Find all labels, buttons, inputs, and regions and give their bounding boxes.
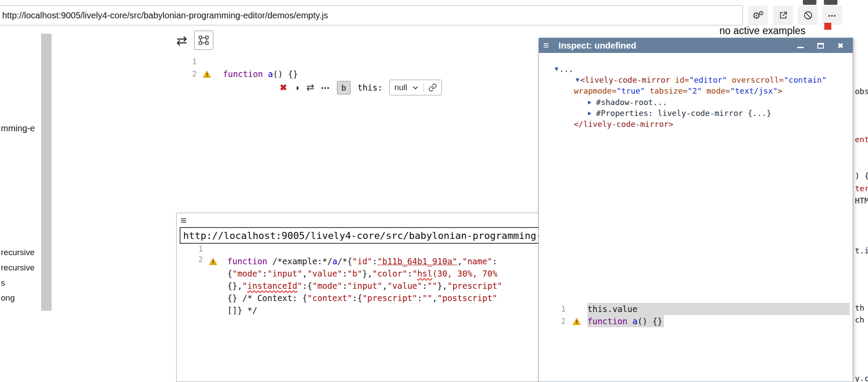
chevron-down-icon bbox=[413, 86, 418, 90]
block-button[interactable] bbox=[798, 6, 818, 25]
error-badge bbox=[824, 23, 831, 30]
probe-value-dropdown[interactable]: null bbox=[389, 80, 442, 95]
line-number: 2 bbox=[177, 255, 205, 264]
code-line: []} */ bbox=[227, 304, 502, 316]
line-number: 1 bbox=[177, 245, 205, 253]
tree-row[interactable]: ▼... bbox=[555, 63, 573, 74]
right-edge-fragment: HTM bbox=[855, 196, 868, 205]
probe-widget: ✖ ◑ ⇄ ••• b this: null bbox=[280, 79, 442, 96]
probe-example-button[interactable]: b bbox=[337, 81, 351, 95]
svg-text:!: ! bbox=[205, 72, 208, 77]
select-element-button[interactable] bbox=[194, 31, 213, 50]
editor-line: 1 bbox=[175, 56, 507, 68]
tree-row[interactable]: ▶ #shadow-root... bbox=[588, 97, 667, 108]
minimize-button[interactable] bbox=[796, 41, 805, 50]
left-panel-fragment: s bbox=[1, 278, 5, 288]
window-control-maximize[interactable] bbox=[824, 0, 837, 5]
swap-arrows-icon: ⇄ bbox=[176, 33, 187, 48]
probe-more-icon[interactable]: ••• bbox=[321, 84, 330, 91]
line-number: 2 bbox=[556, 317, 568, 326]
window-controls: ✖ bbox=[796, 41, 845, 50]
line-number: 1 bbox=[556, 305, 568, 313]
more-button[interactable]: ••• bbox=[823, 6, 842, 25]
maximize-icon bbox=[817, 43, 824, 49]
left-panel-fragment: recursive bbox=[1, 248, 35, 257]
url-bar[interactable]: http://localhost:9005/lively4-core/src/b… bbox=[0, 5, 743, 25]
warning-icon[interactable]: ! bbox=[205, 255, 220, 267]
right-edge-fragment: obs bbox=[855, 87, 868, 96]
inspector-titlebar[interactable]: ≡ Inspect: undefined ✖ bbox=[539, 38, 853, 53]
probe-toggle-icon[interactable]: ◑ bbox=[294, 83, 299, 93]
left-panel-fragment: ong bbox=[1, 293, 15, 303]
no-active-examples-label: no active examples bbox=[719, 25, 806, 37]
tree-row[interactable]: ▼<lively-code-mirror id="editor" overscr… bbox=[576, 74, 826, 85]
close-button[interactable]: ✖ bbox=[836, 41, 845, 50]
code-line: function a() {} bbox=[587, 315, 664, 327]
left-scrollbar[interactable] bbox=[41, 34, 52, 311]
dropdown-value: null bbox=[394, 83, 407, 92]
maximize-button[interactable] bbox=[816, 41, 825, 50]
right-edge-fragment: ent bbox=[855, 135, 868, 144]
gears-icon: ⚙⚙ bbox=[752, 10, 764, 21]
probe-delete-icon[interactable]: ✖ bbox=[280, 82, 287, 93]
right-edge-fragment: ter bbox=[855, 184, 868, 193]
code-line: {"mode":"input","value":"b"},"color":"hs… bbox=[227, 267, 502, 280]
svg-text:!: ! bbox=[575, 319, 577, 325]
svg-text:!: ! bbox=[212, 259, 214, 265]
line-number: 2 bbox=[175, 70, 199, 78]
code-line: this.value bbox=[587, 303, 850, 315]
pane-menu-icon[interactable]: ≡ bbox=[181, 214, 187, 227]
probe-swap-icon[interactable]: ⇄ bbox=[306, 82, 314, 93]
probe-this-label: this: bbox=[358, 83, 382, 92]
link-icon[interactable] bbox=[424, 83, 437, 92]
settings-button[interactable]: ⚙⚙ bbox=[748, 6, 768, 25]
right-edge-fragment: ) { bbox=[855, 171, 868, 180]
hamburger-icon[interactable]: ≡ bbox=[543, 40, 549, 51]
right-edge-fragment: th bbox=[855, 303, 865, 312]
code-line: function a() {} bbox=[223, 68, 298, 80]
right-edge-fragment: y.c bbox=[855, 374, 868, 382]
code-line: {} /* Context: {"context":{"prescript":"… bbox=[227, 292, 502, 304]
code-line: {},"instanceId":{"mode":"input","value":… bbox=[227, 280, 502, 292]
open-external-button[interactable] bbox=[773, 6, 793, 25]
minimize-icon bbox=[797, 47, 804, 48]
ellipsis-icon: ••• bbox=[828, 12, 837, 19]
editor-line: 2 ! function a() {} bbox=[175, 68, 507, 80]
tree-row[interactable]: wrapmode="true" tabsize="2" mode="text/j… bbox=[574, 85, 782, 96]
code-block: function /*example:*/a/*{"id":"b11b_64b1… bbox=[224, 255, 502, 316]
warning-icon[interactable]: ! bbox=[568, 318, 585, 325]
left-panel-fragment: mming-e bbox=[1, 123, 35, 133]
window-control-minimize[interactable] bbox=[803, 0, 816, 5]
line-number: 1 bbox=[175, 57, 199, 66]
inspector-title: Inspect: undefined bbox=[559, 41, 636, 51]
main-editor[interactable]: 1 2 ! function a() {} bbox=[175, 56, 507, 80]
swap-connections-button[interactable]: ⇄ bbox=[173, 32, 191, 49]
right-edge-fragment: ch bbox=[855, 315, 865, 324]
tree-row[interactable]: ▶ #Properties: lively-code-mirror {...} bbox=[588, 108, 771, 119]
editor-line: 2 ! function a() {} bbox=[556, 315, 850, 327]
code-line: function /*example:*/a/*{"id":"b11b_64b1… bbox=[227, 255, 502, 267]
editor-line: 1 this.value bbox=[556, 303, 850, 315]
warning-icon[interactable]: ! bbox=[199, 70, 214, 78]
inspector-window: ≡ Inspect: undefined ✖ ▼... ▼<lively-cod… bbox=[538, 38, 853, 382]
external-link-icon bbox=[778, 11, 788, 20]
right-edge-fragment: t.i bbox=[855, 246, 868, 255]
block-icon bbox=[803, 11, 813, 20]
inspector-mini-editor[interactable]: 1 this.value 2 ! function a() {} bbox=[556, 303, 850, 327]
left-panel-fragment: recursive bbox=[1, 263, 35, 273]
tree-row[interactable]: </lively-code-mirror> bbox=[574, 119, 674, 130]
selection-box-icon bbox=[198, 35, 209, 46]
